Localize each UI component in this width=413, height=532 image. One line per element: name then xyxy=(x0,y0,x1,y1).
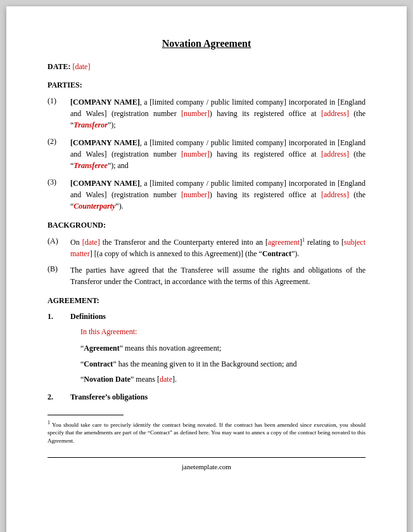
bg-date: [date] xyxy=(82,238,100,247)
company-name-2: [COMPANY NAME] xyxy=(70,138,140,147)
reg-number-1: [number] xyxy=(181,109,210,118)
party-num-3: (3) xyxy=(48,178,70,212)
bg-item-b: (B) The parties have agreed that the Tra… xyxy=(48,264,365,287)
reg-number-3: [number] xyxy=(181,190,210,199)
clause-num-1: 1. xyxy=(48,312,70,321)
clause-num-2: 2. xyxy=(48,393,70,402)
footnote-divider xyxy=(48,415,124,415)
party-num-2: (2) xyxy=(48,137,70,171)
party-item-2: (2) [COMPANY NAME], a [limited company /… xyxy=(48,137,365,171)
definitions-intro: In this Agreement: xyxy=(80,325,365,338)
definition-novation-date: “Novation Date” means [date]. xyxy=(80,373,365,386)
bg-letter-a: (A) xyxy=(48,237,70,259)
subject-matter: subject matter xyxy=(70,238,365,258)
clause-1: 1. Definitions xyxy=(48,312,365,321)
party-item-3: (3) [COMPANY NAME], a [limited company /… xyxy=(48,178,365,212)
definitions-body: In this Agreement: “Agreement” means thi… xyxy=(80,325,365,386)
reg-number-2: [number] xyxy=(181,150,210,159)
novation-date-placeholder: date xyxy=(160,375,172,384)
definition-agreement: “Agreement” means this novation agreemen… xyxy=(80,342,365,354)
footer-text: janetemplate.com xyxy=(48,463,365,470)
agreement-section: 1. Definitions In this Agreement: “Agree… xyxy=(48,312,365,402)
clause-2: 2. Transferee’s obligations xyxy=(48,393,365,402)
party-num-1: (1) xyxy=(48,96,70,131)
def-term-agreement: Agreement xyxy=(84,344,119,353)
clause-title-2: Transferee’s obligations xyxy=(70,393,148,402)
bg-letter-b: (B) xyxy=(48,264,70,287)
agreement-heading: AGREEMENT: xyxy=(48,296,365,306)
company-name-1: [COMPANY NAME] xyxy=(70,98,140,107)
transferor-term: Transferor xyxy=(73,120,108,129)
background-heading: BACKGROUND: xyxy=(48,221,365,230)
def-term-novation-date: Novation Date xyxy=(84,375,130,384)
transferee-term: Transferee xyxy=(73,161,108,170)
address-1: [address] xyxy=(321,109,349,118)
agreement-placeholder: agreement xyxy=(268,238,300,247)
party-text-3: [COMPANY NAME], a [limited company / pub… xyxy=(70,178,365,212)
footnote-num: 1 xyxy=(48,420,50,425)
bg-item-a: (A) On [date] the Transferor and the Cou… xyxy=(48,237,365,259)
address-3: [address] xyxy=(321,190,349,199)
parties-list: (1) [COMPANY NAME], a [limited company /… xyxy=(48,96,365,212)
footnote-text: You should take care to precisely identi… xyxy=(48,422,365,444)
party-item-1: (1) [COMPANY NAME], a [limited company /… xyxy=(48,96,365,131)
contract-term: Contract xyxy=(262,249,291,258)
company-name-3: [COMPANY NAME] xyxy=(70,179,140,188)
footnote: 1 You should take care to precisely iden… xyxy=(48,419,365,445)
party-text-2: [COMPANY NAME], a [limited company / pub… xyxy=(70,137,365,171)
bg-text-a: On [date] the Transferor and the Counter… xyxy=(70,237,365,259)
party-text-1: [COMPANY NAME], a [limited company / pub… xyxy=(70,96,365,131)
page: Novation Agreement DATE: [date] PARTIES:… xyxy=(6,6,407,532)
date-line: DATE: [date] xyxy=(48,62,365,72)
definition-contract: “Contract” has the meaning given to it i… xyxy=(80,358,365,370)
footer-divider xyxy=(48,457,365,458)
date-label: DATE: xyxy=(48,62,70,71)
def-term-contract: Contract xyxy=(84,360,113,368)
address-2: [address] xyxy=(321,150,349,159)
background-section: (A) On [date] the Transferor and the Cou… xyxy=(48,237,365,287)
parties-heading: PARTIES: xyxy=(48,81,365,90)
bg-text-b: The parties have agreed that the Transfe… xyxy=(70,264,365,287)
page-title: Novation Agreement xyxy=(48,38,365,49)
clause-title-1: Definitions xyxy=(70,312,106,321)
date-value: [date] xyxy=(72,62,90,71)
counterparty-term: Counterparty xyxy=(73,202,115,211)
